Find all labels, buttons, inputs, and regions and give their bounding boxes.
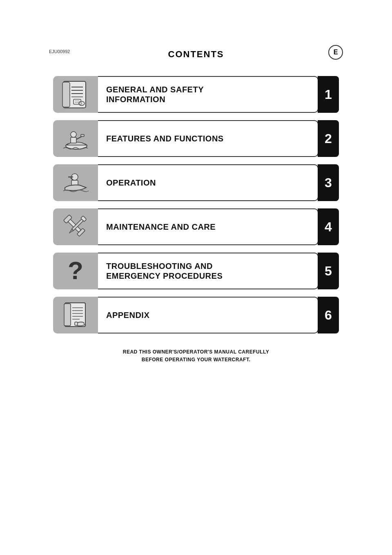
toc-label-2: FEATURES AND FUNCTIONS [106, 134, 224, 143]
toc-label-3: OPERATION [106, 178, 156, 188]
svg-rect-28 [64, 304, 71, 326]
toc-row-1[interactable]: GENERAL AND SAFETYINFORMATION 1 [53, 76, 339, 113]
page: EJU00992 CONTENTS E [0, 0, 392, 555]
toc-row-4[interactable]: MAINTENANCE AND CARE 4 [53, 208, 339, 245]
doc-code: EJU00992 [49, 49, 70, 54]
num-badge-4: 4 [318, 208, 339, 245]
language-badge: E [328, 45, 343, 60]
operation-icon [59, 166, 92, 199]
svg-rect-34 [75, 322, 78, 325]
icon-box-3 [53, 164, 98, 201]
label-box-2: FEATURES AND FUNCTIONS [98, 120, 318, 157]
toc-container: GENERAL AND SAFETYINFORMATION 1 [53, 76, 339, 333]
num-badge-5: 5 [318, 253, 339, 289]
features-icon [59, 122, 92, 155]
label-box-1: GENERAL AND SAFETYINFORMATION [98, 76, 318, 113]
toc-row-3[interactable]: OPERATION 3 [53, 164, 339, 201]
toc-row-2[interactable]: FEATURES AND FUNCTIONS 2 [53, 120, 339, 157]
maintenance-icon [59, 210, 92, 243]
footer-line2: BEFORE OPERATING YOUR WATERCRAFT. [123, 356, 269, 364]
num-badge-1: 1 [318, 76, 339, 113]
icon-box-2 [53, 120, 98, 157]
svg-point-12 [71, 132, 76, 137]
toc-label-4: MAINTENANCE AND CARE [106, 222, 216, 232]
icon-box-1 [53, 76, 98, 113]
icon-box-5: ? [53, 253, 98, 289]
footer: READ THIS OWNER'S/OPERATOR'S MANUAL CARE… [123, 348, 269, 364]
header: EJU00992 CONTENTS E [0, 0, 392, 60]
label-box-4: MAINTENANCE AND CARE [98, 208, 318, 245]
manual-icon [59, 78, 92, 111]
label-box-3: OPERATION [98, 164, 318, 201]
label-box-6: APPENDIX [98, 297, 318, 333]
num-badge-2: 2 [318, 120, 339, 157]
appendix-icon [59, 299, 92, 331]
svg-rect-1 [62, 82, 70, 107]
svg-rect-10 [79, 102, 81, 105]
label-box-5: TROUBLESHOOTING ANDEMERGENCY PROCEDURES [98, 253, 318, 289]
toc-label-6: APPENDIX [106, 310, 149, 320]
toc-row-5[interactable]: ? TROUBLESHOOTING ANDEMERGENCY PROCEDURE… [53, 253, 339, 289]
toc-label-1: GENERAL AND SAFETYINFORMATION [106, 85, 204, 104]
num-badge-6: 6 [318, 297, 339, 333]
footer-line1: READ THIS OWNER'S/OPERATOR'S MANUAL CARE… [123, 348, 269, 356]
svg-marker-24 [68, 229, 74, 234]
troubleshoot-icon: ? [59, 255, 92, 287]
svg-rect-15 [81, 134, 84, 137]
page-title: CONTENTS [168, 49, 224, 60]
toc-row-6[interactable]: APPENDIX 6 [53, 297, 339, 333]
svg-rect-13 [71, 137, 76, 143]
num-badge-3: 3 [318, 164, 339, 201]
svg-text:?: ? [68, 256, 83, 284]
svg-line-14 [76, 137, 82, 139]
toc-label-5: TROUBLESHOOTING ANDEMERGENCY PROCEDURES [106, 261, 223, 281]
icon-box-6 [53, 297, 98, 333]
icon-box-4 [53, 208, 98, 245]
